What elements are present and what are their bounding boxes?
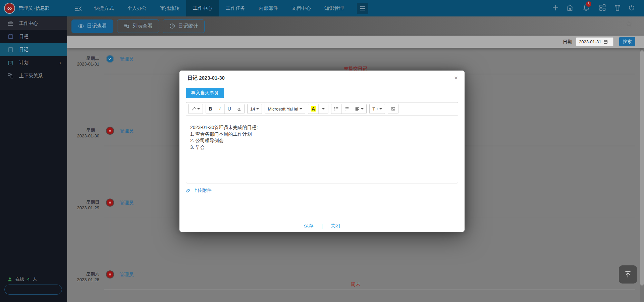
magic-style-button[interactable] xyxy=(189,104,203,114)
diary-view-button[interactable]: 日记查看 xyxy=(71,19,113,33)
unordered-list-button[interactable] xyxy=(331,104,342,114)
top-navbar: ∞ 管理员 -信息部 快捷方式 个人办公 审批流转 工作中心 工作任务 内部邮件… xyxy=(0,0,644,16)
font-family-value: Microsoft YaHei xyxy=(268,106,298,112)
sidebar: 工作中心 日程 日记 计划 › 上下级关系 在线 4 人 xyxy=(0,16,67,302)
close-icon[interactable]: × xyxy=(454,74,458,82)
date-input[interactable] xyxy=(576,39,603,44)
underline-button[interactable]: U xyxy=(225,104,234,114)
sidebar-search-box xyxy=(4,285,62,295)
date-picker xyxy=(576,37,613,46)
online-suffix: 人 xyxy=(33,276,37,282)
import-today-button[interactable]: 导入当天事务 xyxy=(186,88,224,98)
caret-down-icon xyxy=(256,108,259,110)
modal-title: 日记 2023-01-30 xyxy=(179,71,465,85)
brand: ∞ 管理员 -信息部 xyxy=(4,3,50,14)
logout-power-icon[interactable] xyxy=(628,4,636,12)
notification-count-badge: 3 xyxy=(586,1,591,7)
numbered-list-icon xyxy=(344,106,349,111)
entry-separator xyxy=(104,290,635,290)
nav-item-work-tasks[interactable]: 工作任务 xyxy=(219,0,252,16)
search-button[interactable]: 搜索 xyxy=(619,37,635,46)
brand-logo-icon: ∞ xyxy=(4,3,15,14)
view-toolbar: 日记查看 列表查看 日记统计 xyxy=(67,16,644,36)
dot-marker-icon xyxy=(106,199,114,207)
sidebar-item-diary[interactable]: 日记 xyxy=(0,43,67,56)
save-button[interactable]: 保存 xyxy=(304,223,313,229)
calendar-icon xyxy=(7,33,14,40)
nav-item-work-center[interactable]: 工作中心 xyxy=(186,0,219,16)
back-to-top-button[interactable] xyxy=(619,265,637,284)
sidebar-item-label: 日记 xyxy=(19,47,29,53)
entry-author-link[interactable]: 管理员 xyxy=(119,200,133,206)
entry-author-link[interactable]: 管理员 xyxy=(119,272,133,278)
insert-image-button[interactable] xyxy=(388,104,398,114)
button-label: 日记查看 xyxy=(87,23,107,29)
entry-author-link[interactable]: 管理员 xyxy=(119,128,133,134)
more-menu-icon[interactable] xyxy=(357,3,368,14)
content-line: 2. 公司领导例会 xyxy=(190,137,454,144)
apps-grid-icon[interactable] xyxy=(598,4,606,12)
bold-button[interactable]: B xyxy=(206,104,215,114)
editor-content[interactable]: 2023-01-30管理员未完成的日程: 1. 查看各部门本周的工作计划 2. … xyxy=(186,116,458,150)
font-color-dropdown[interactable] xyxy=(319,104,328,114)
diary-modal: 日记 2023-01-30 × 导入当天事务 B I U xyxy=(179,71,465,232)
entry-date: 星期六2023-01-28 xyxy=(67,271,99,283)
close-button[interactable]: 关闭 xyxy=(331,223,340,229)
calendar-icon[interactable] xyxy=(603,39,608,44)
eye-icon xyxy=(78,23,84,29)
ordered-list-button[interactable] xyxy=(342,104,352,114)
list-view-button[interactable]: 列表查看 xyxy=(117,19,159,33)
entry-author-link[interactable]: 管理员 xyxy=(119,56,133,62)
clear-format-button[interactable] xyxy=(234,104,244,114)
dot-marker-icon xyxy=(106,270,114,278)
sidebar-search-input[interactable] xyxy=(5,287,68,292)
paperclip-icon xyxy=(186,188,191,193)
nav-item-approval-flow[interactable]: 审批流转 xyxy=(153,0,186,16)
upload-label: 上传附件 xyxy=(193,187,212,193)
check-marker-icon xyxy=(106,55,114,63)
list-search-icon xyxy=(123,23,130,29)
diary-book-icon xyxy=(7,46,14,53)
online-count: 4 xyxy=(27,277,30,282)
person-icon xyxy=(7,277,12,282)
image-icon xyxy=(391,106,395,111)
home-icon[interactable] xyxy=(566,4,574,12)
sidebar-item-hierarchy[interactable]: 上下级关系 xyxy=(0,69,67,82)
content-line: 3. 早会 xyxy=(190,144,454,151)
edit-plan-icon xyxy=(7,59,14,66)
sidebar-item-plan[interactable]: 计划 › xyxy=(0,56,67,69)
nav-item-personal-office[interactable]: 个人办公 xyxy=(120,0,153,16)
nav-item-internal-mail[interactable]: 内部邮件 xyxy=(252,0,285,16)
add-icon[interactable] xyxy=(551,4,559,12)
date-filter-label: 日期 xyxy=(563,39,572,45)
sidebar-item-work-center[interactable]: 工作中心 xyxy=(0,17,67,30)
favorite-star-icon[interactable] xyxy=(625,20,633,28)
font-size-value: 14 xyxy=(250,106,255,112)
diary-stats-button[interactable]: 日记统计 xyxy=(163,19,205,33)
entry-date: 星期一2023-01-30 xyxy=(67,127,99,139)
nav-item-knowledge[interactable]: 知识管理 xyxy=(318,0,351,16)
theme-shirt-icon[interactable] xyxy=(613,4,622,12)
main-nav: 快捷方式 个人办公 审批流转 工作中心 工作任务 内部邮件 文档中心 知识管理 xyxy=(88,0,351,16)
button-label: 日记统计 xyxy=(178,23,198,29)
collapse-menu-icon[interactable] xyxy=(74,5,83,12)
caret-down-icon xyxy=(300,108,302,110)
paragraph-align-dropdown[interactable] xyxy=(352,104,366,114)
caret-down-icon xyxy=(197,108,200,110)
nav-item-shortcuts[interactable]: 快捷方式 xyxy=(88,0,120,16)
font-color-button[interactable]: A xyxy=(308,104,319,114)
sidebar-item-schedule[interactable]: 日程 xyxy=(0,30,67,43)
font-family-dropdown[interactable]: Microsoft YaHei xyxy=(265,104,305,114)
brand-user-label: 管理员 -信息部 xyxy=(18,5,50,11)
timeline-entry: 星期六2023-01-28 管理员 周末 xyxy=(67,271,644,302)
sidebar-item-label: 计划 xyxy=(19,60,29,66)
font-size-dropdown[interactable]: 14 xyxy=(248,104,262,114)
upload-attachment-link[interactable]: 上传附件 xyxy=(186,187,212,193)
line-height-dropdown[interactable]: T ↕ xyxy=(370,104,385,114)
content-line: 2023-01-30管理员未完成的日程: xyxy=(190,124,454,131)
hierarchy-icon xyxy=(7,73,14,79)
entry-date: 星期二2023-01-31 xyxy=(67,55,99,67)
nav-item-doc-center[interactable]: 文档中心 xyxy=(285,0,318,16)
entry-date: 星期日2023-01-29 xyxy=(67,199,99,211)
italic-button[interactable]: I xyxy=(215,104,225,114)
